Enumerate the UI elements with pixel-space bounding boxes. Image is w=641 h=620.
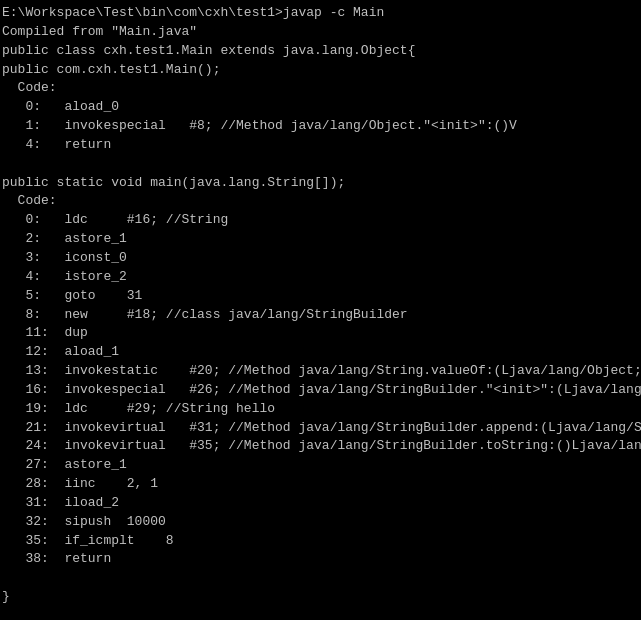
terminal-line: 19: ldc #29; //String hello (2, 400, 639, 419)
terminal-line: 4: return (2, 136, 639, 155)
terminal-line: 21: invokevirtual #31; //Method java/lan… (2, 419, 639, 438)
terminal-line (2, 569, 639, 588)
terminal-line: 4: istore_2 (2, 268, 639, 287)
terminal-line: 2: astore_1 (2, 230, 639, 249)
terminal-line: 8: new #18; //class java/lang/StringBuil… (2, 306, 639, 325)
terminal-line: 5: goto 31 (2, 287, 639, 306)
terminal-line: 16: invokespecial #26; //Method java/lan… (2, 381, 639, 400)
terminal-line: 11: dup (2, 324, 639, 343)
terminal-line: 1: invokespecial #8; //Method java/lang/… (2, 117, 639, 136)
terminal-line: 24: invokevirtual #35; //Method java/lan… (2, 437, 639, 456)
terminal-line: 0: aload_0 (2, 98, 639, 117)
terminal-line: public com.cxh.test1.Main(); (2, 61, 639, 80)
terminal-line: 27: astore_1 (2, 456, 639, 475)
terminal-line: public static void main(java.lang.String… (2, 174, 639, 193)
terminal-line: 31: iload_2 (2, 494, 639, 513)
terminal-line: 38: return (2, 550, 639, 569)
terminal-line: 32: sipush 10000 (2, 513, 639, 532)
terminal-line: 35: if_icmplt 8 (2, 532, 639, 551)
terminal-line: 0: ldc #16; //String (2, 211, 639, 230)
terminal-line: 12: aload_1 (2, 343, 639, 362)
terminal-line: 13: invokestatic #20; //Method java/lang… (2, 362, 639, 381)
terminal-line: 28: iinc 2, 1 (2, 475, 639, 494)
terminal-line (2, 155, 639, 174)
terminal-line: Code: (2, 192, 639, 211)
terminal-line: 3: iconst_0 (2, 249, 639, 268)
terminal-line: E:\Workspace\Test\bin\com\cxh\test1>java… (2, 4, 639, 23)
terminal-window: E:\Workspace\Test\bin\com\cxh\test1>java… (0, 0, 641, 620)
terminal-line: Code: (2, 79, 639, 98)
terminal-line: public class cxh.test1.Main extends java… (2, 42, 639, 61)
terminal-line: Compiled from "Main.java" (2, 23, 639, 42)
terminal-line: } (2, 588, 639, 607)
